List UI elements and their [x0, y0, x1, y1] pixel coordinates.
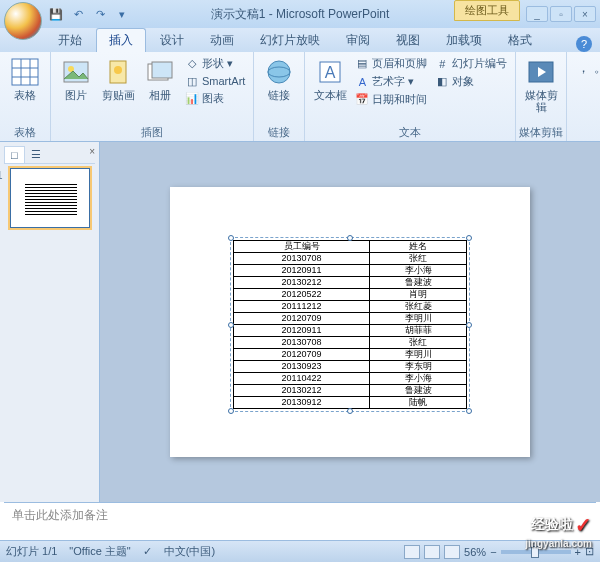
tab-view[interactable]: 视图: [384, 29, 432, 52]
symbol-period[interactable]: 。: [594, 59, 600, 77]
chart-button[interactable]: 📊图表: [183, 90, 247, 107]
table-row[interactable]: 20130212鲁建波: [234, 385, 467, 397]
slidenumber-button[interactable]: #幻灯片编号: [433, 55, 509, 72]
table-row[interactable]: 20120911李小海: [234, 265, 467, 277]
panel-close-icon[interactable]: ×: [89, 146, 95, 163]
table-header[interactable]: 员工编号: [234, 241, 370, 253]
album-icon: [145, 57, 175, 87]
ribbon-tabs: 开始 插入 设计 动画 幻灯片放映 审阅 视图 加载项 格式 ?: [0, 28, 600, 52]
clipart-icon: [103, 57, 133, 87]
tab-format[interactable]: 格式: [496, 29, 544, 52]
table-row[interactable]: 20120522肖明: [234, 289, 467, 301]
minimize-button[interactable]: _: [526, 6, 548, 22]
smartart-button[interactable]: ◫SmartArt: [183, 73, 247, 89]
symbol-comma[interactable]: ，: [577, 59, 590, 77]
tab-addins[interactable]: 加载项: [434, 29, 494, 52]
slide-thumbnail-1[interactable]: 1: [10, 168, 90, 228]
redo-icon[interactable]: ↷: [92, 6, 108, 22]
table-object[interactable]: 员工编号姓名20130708张红20120911李小海20130212鲁建波20…: [230, 237, 470, 412]
group-media: 媒体剪辑 媒体剪辑: [516, 52, 567, 141]
tab-slideshow[interactable]: 幻灯片放映: [248, 29, 332, 52]
object-button[interactable]: ◧对象: [433, 73, 509, 90]
view-sorter-button[interactable]: [424, 545, 440, 559]
svg-rect-10: [152, 62, 172, 78]
resize-handle[interactable]: [466, 235, 472, 241]
picture-button[interactable]: 图片: [57, 55, 95, 103]
table-row[interactable]: 20130708张红: [234, 253, 467, 265]
slide-canvas[interactable]: 员工编号姓名20130708张红20120911李小海20130212鲁建波20…: [100, 142, 600, 502]
table-row[interactable]: 20110422李小海: [234, 373, 467, 385]
resize-handle[interactable]: [228, 408, 234, 414]
table-row[interactable]: 20120709李明川: [234, 313, 467, 325]
view-normal-button[interactable]: [404, 545, 420, 559]
header-icon: ▤: [355, 57, 369, 71]
svg-text:A: A: [325, 64, 336, 81]
media-icon: [526, 57, 556, 87]
thumbnail-preview: [25, 183, 77, 215]
resize-handle[interactable]: [228, 235, 234, 241]
view-slideshow-button[interactable]: [444, 545, 460, 559]
resize-handle[interactable]: [228, 322, 234, 328]
zoom-out-button[interactable]: −: [490, 546, 496, 558]
resize-handle[interactable]: [347, 235, 353, 241]
table-row[interactable]: 20120911胡菲菲: [234, 325, 467, 337]
resize-handle[interactable]: [466, 322, 472, 328]
window-controls: _ ▫ ×: [526, 6, 596, 22]
restore-button[interactable]: ▫: [550, 6, 572, 22]
check-icon: ✓: [575, 513, 592, 537]
wordart-button[interactable]: A艺术字 ▾: [353, 73, 429, 90]
number-icon: #: [435, 57, 449, 71]
tab-design[interactable]: 设计: [148, 29, 196, 52]
data-table[interactable]: 员工编号姓名20130708张红20120911李小海20130212鲁建波20…: [233, 240, 467, 409]
group-symbols: ， 。 ； ： 符号 特殊符号: [567, 52, 600, 141]
panel-tabs: □ ☰ ×: [4, 146, 95, 164]
tab-animations[interactable]: 动画: [198, 29, 246, 52]
tab-home[interactable]: 开始: [46, 29, 94, 52]
status-language[interactable]: 中文(中国): [164, 544, 215, 559]
office-button[interactable]: [4, 2, 42, 40]
object-icon: ◧: [435, 75, 449, 89]
header-footer-button[interactable]: ▤页眉和页脚: [353, 55, 429, 72]
wordart-icon: A: [355, 75, 369, 89]
datetime-button[interactable]: 📅日期和时间: [353, 91, 429, 108]
svg-rect-0: [12, 59, 38, 85]
table-row[interactable]: 20130912陆帆: [234, 397, 467, 409]
panel-tab-outline[interactable]: ☰: [25, 146, 47, 163]
media-button[interactable]: 媒体剪辑: [522, 55, 560, 115]
table-row[interactable]: 20130923李东明: [234, 361, 467, 373]
hyperlink-icon: [264, 57, 294, 87]
table-header[interactable]: 姓名: [370, 241, 467, 253]
panel-tab-slides[interactable]: □: [4, 146, 25, 163]
thumbnail-number: 1: [0, 169, 3, 181]
work-area: □ ☰ × 1 员工编号姓名20130708张红20120911李小海20130…: [0, 142, 600, 502]
shapes-icon: ◇: [185, 57, 199, 71]
tab-review[interactable]: 审阅: [334, 29, 382, 52]
group-text: A 文本框 ▤页眉和页脚 A艺术字 ▾ 📅日期和时间 #幻灯片编号 ◧对象 文本: [305, 52, 516, 141]
table-row[interactable]: 20130212鲁建波: [234, 277, 467, 289]
statusbar: 幻灯片 1/1 "Office 主题" ✓ 中文(中国) 56% − + ⊡: [0, 540, 600, 562]
save-icon[interactable]: 💾: [48, 6, 64, 22]
zoom-slider[interactable]: [501, 550, 571, 554]
table-row[interactable]: 20130708张红: [234, 337, 467, 349]
context-tab-drawing[interactable]: 绘图工具: [454, 0, 520, 21]
date-icon: 📅: [355, 93, 369, 107]
resize-handle[interactable]: [347, 408, 353, 414]
notes-pane[interactable]: 单击此处添加备注: [4, 502, 596, 540]
spellcheck-icon[interactable]: ✓: [143, 545, 152, 558]
status-theme: "Office 主题": [69, 544, 130, 559]
zoom-level[interactable]: 56%: [464, 546, 486, 558]
hyperlink-button[interactable]: 链接: [260, 55, 298, 103]
clipart-button[interactable]: 剪贴画: [99, 55, 137, 103]
textbox-button[interactable]: A 文本框: [311, 55, 349, 103]
tab-insert[interactable]: 插入: [96, 28, 146, 52]
qat-dropdown-icon[interactable]: ▾: [114, 6, 130, 22]
table-row[interactable]: 20111212张红菱: [234, 301, 467, 313]
album-button[interactable]: 相册: [141, 55, 179, 103]
table-button[interactable]: 表格: [6, 55, 44, 103]
table-row[interactable]: 20120709李明川: [234, 349, 467, 361]
shapes-button[interactable]: ◇形状 ▾: [183, 55, 247, 72]
resize-handle[interactable]: [466, 408, 472, 414]
undo-icon[interactable]: ↶: [70, 6, 86, 22]
help-icon[interactable]: ?: [576, 36, 592, 52]
close-button[interactable]: ×: [574, 6, 596, 22]
